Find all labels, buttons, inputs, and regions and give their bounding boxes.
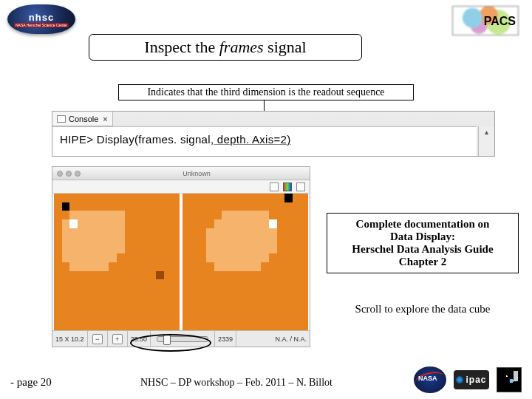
viewer-window-title: Unknown [83, 170, 310, 177]
herschel-logo-icon [497, 367, 522, 392]
scroll-up-icon[interactable]: ▴ [485, 126, 488, 136]
traffic-light-min-icon[interactable] [66, 171, 72, 177]
zoom-in-button[interactable]: + [108, 331, 128, 347]
viewer-toolbar [52, 180, 310, 194]
documentation-callout: Complete documentation on Data Display: … [327, 213, 519, 273]
doc-line3: Herschel Data Analysis Guide [352, 243, 493, 255]
console-tab-label: Console [69, 115, 98, 123]
close-icon[interactable]: × [103, 115, 107, 123]
doc-line2: Data Display: [390, 231, 455, 242]
zoom-out-button[interactable]: − [88, 331, 108, 347]
console-cmd-1: Display(frames. signal, [93, 133, 214, 146]
indicates-callout: Indicates that the third dimension is th… [118, 84, 414, 100]
console-body[interactable]: HIPE> Display(frames. signal, depth. Axi… [52, 126, 477, 156]
nasa-logo-icon [414, 366, 446, 393]
nhsc-logo-sub: NASA Herschel Science Center [14, 23, 69, 27]
nhsc-logo-text: nhsc [29, 12, 54, 23]
console-panel: Console × HIPE> Display(frames. signal, … [52, 111, 495, 157]
console-tab[interactable]: Console × [52, 112, 113, 126]
slider-annotation-circle [130, 334, 211, 352]
page-number: - page 20 [10, 376, 52, 389]
nhsc-logo: nhsc NASA Herschel Science Center [7, 4, 75, 34]
tool-colormap-icon[interactable] [283, 183, 292, 191]
tool-histogram-icon[interactable] [296, 183, 305, 191]
doc-line1: Complete documentation on [356, 218, 490, 230]
tool-select-icon[interactable] [270, 183, 279, 191]
title-post: signal [264, 38, 307, 56]
scroll-note: Scroll to explore the data cube [349, 303, 497, 316]
pacs-label: PACS [484, 15, 516, 28]
status-coord: 15 X 10.2 [52, 331, 88, 347]
console-cmd-2: depth. Axis=2) [214, 133, 290, 146]
pacs-badge: PACS [452, 6, 519, 35]
doc-line4: Chapter 2 [399, 256, 446, 267]
title-pre: Inspect the [144, 38, 219, 56]
console-prompt: HIPE> [60, 133, 93, 146]
ipac-label: ipac [466, 375, 486, 385]
zoom-in-icon: + [112, 334, 123, 344]
heatmap-left [54, 194, 180, 330]
traffic-light-close-icon[interactable] [57, 171, 63, 177]
heatmap-right [183, 194, 308, 330]
status-frame: 2339 [215, 331, 236, 347]
ipac-logo-icon: ipac [454, 370, 489, 389]
viewer-canvas[interactable] [52, 194, 310, 330]
traffic-light-zoom-icon[interactable] [75, 171, 81, 177]
footer-logos: ipac [414, 366, 522, 393]
status-na: N.A. / N.A. [272, 331, 310, 347]
slide-title: Inspect the frames signal [89, 34, 362, 61]
console-scrollbar[interactable]: ▴ [478, 126, 494, 156]
console-icon [57, 115, 66, 123]
slide: nhsc NASA Herschel Science Center PACS I… [0, 0, 532, 399]
viewer-titlebar[interactable]: Unknown [52, 167, 310, 180]
image-viewer-window: Unknown 15 X 10.2 − + 25.50 2339 N.A. / … [52, 166, 310, 347]
footer-text: NHSC – DP workshop – Feb. 2011 – N. Bill… [140, 377, 332, 389]
zoom-out-icon: − [92, 334, 103, 344]
title-em: frames [219, 38, 264, 56]
